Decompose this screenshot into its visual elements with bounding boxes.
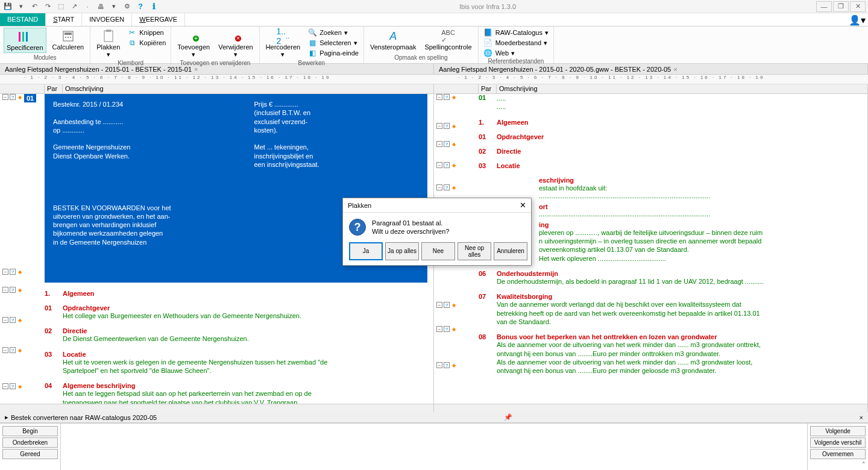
modal-overlay: Plakken ✕ ? Paragraaf 01 bestaat al. Wil… bbox=[0, 0, 868, 470]
dialog-title: Plakken bbox=[348, 202, 371, 209]
nee-op-alles-button[interactable]: Nee op alles bbox=[458, 242, 491, 260]
ja-op-alles-button[interactable]: Ja op alles bbox=[385, 242, 419, 260]
dialog-close-icon[interactable]: ✕ bbox=[520, 201, 526, 210]
plakken-dialog: Plakken ✕ ? Paragraaf 01 bestaat al. Wil… bbox=[342, 198, 532, 266]
dialog-message: Paragraaf 01 bestaat al. Wilt u deze ove… bbox=[372, 219, 449, 236]
nee-button[interactable]: Nee bbox=[421, 242, 455, 260]
ja-button[interactable]: Ja bbox=[349, 242, 383, 260]
dialog-titlebar[interactable]: Plakken ✕ bbox=[343, 198, 531, 213]
question-icon: ? bbox=[349, 219, 366, 236]
annuleren-button[interactable]: Annuleren bbox=[494, 242, 527, 260]
